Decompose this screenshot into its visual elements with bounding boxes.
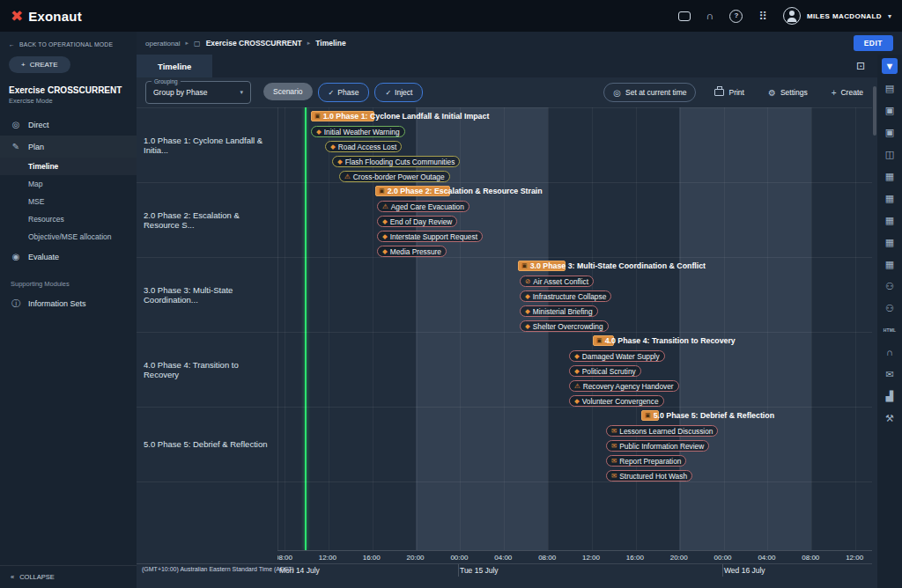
toolbox-icon[interactable]: ⚒ xyxy=(882,410,898,426)
phase-bar-label: ▣1.0 Phase 1: Cyclone Landfall & Initial… xyxy=(314,111,489,121)
inject-label: Recovery Agency Handover xyxy=(583,382,674,391)
phase-bar[interactable]: ▣3.0 Phase 3: Multi-State Coordination &… xyxy=(518,261,566,271)
users-icon[interactable]: ⚇ xyxy=(882,300,898,316)
time-tick-label: 12:00 xyxy=(319,554,336,562)
time-tick-label: 08:00 xyxy=(538,554,556,562)
apps-grid-icon[interactable]: ⠿ xyxy=(758,11,767,22)
filter-icon[interactable]: ▼ xyxy=(882,58,898,74)
filter-chip-scenario[interactable]: Scenario xyxy=(263,83,313,100)
phase-bar[interactable]: ▣2.0 Phase 2: Escalation & Resource Stra… xyxy=(375,186,450,196)
inject-bar[interactable]: ⚠Cross-border Power Outage xyxy=(339,171,450,182)
document-icon[interactable]: ▤ xyxy=(882,80,898,96)
filter-chip-phase[interactable]: Phase xyxy=(318,83,370,102)
tab-timeline[interactable]: Timeline xyxy=(137,55,212,77)
chart-icon[interactable]: ▟ xyxy=(882,388,898,404)
inject-bar[interactable]: ⚠Aged Care Evacuation xyxy=(377,201,469,212)
breadcrumb-exercise[interactable]: Exercise CROSSCURRENT xyxy=(206,39,302,48)
inject-label: Report Preparation xyxy=(619,457,681,466)
inject-bar[interactable]: ◆Media Pressure xyxy=(377,246,447,257)
user-menu[interactable]: MILES MACDONALD ▾ xyxy=(783,7,891,25)
sidebar-item-label: Information Sets xyxy=(28,299,86,308)
grouping-select[interactable]: Grouping Group by Phase ▾ xyxy=(145,81,251,104)
card-icon[interactable]: ▦ xyxy=(882,212,898,228)
day-label: Tue 15 July xyxy=(460,566,499,575)
phase-icon: ▣ xyxy=(379,187,385,195)
sidebar-item-resources[interactable]: Resources xyxy=(0,210,137,228)
card-icon[interactable]: ▦ xyxy=(882,256,898,272)
inject-label: Public Information Review xyxy=(619,442,704,451)
row-separator xyxy=(137,407,872,408)
breadcrumb-timeline: Timeline xyxy=(315,39,345,48)
breadcrumb-operational[interactable]: operational xyxy=(145,40,181,48)
day-boundary-line xyxy=(722,564,723,577)
image-icon[interactable]: ▣ xyxy=(882,102,898,118)
inject-label: Initial Weather Warning xyxy=(324,128,400,136)
phase-bar[interactable]: ▣1.0 Phase 1: Cyclone Landfall & Initial… xyxy=(311,111,374,121)
timeline-row: ▣4.0 Phase 4: Transition to Recovery◆Dam… xyxy=(278,332,873,407)
chevron-down-icon: ▾ xyxy=(240,89,243,96)
chat-icon[interactable] xyxy=(678,11,691,21)
sidebar-item-information-sets[interactable]: ⓘ Information Sets xyxy=(0,291,137,316)
sidebar-item-mse[interactable]: MSE xyxy=(0,193,137,210)
help-icon[interactable]: ? xyxy=(729,10,743,23)
sidebar-item-evaluate[interactable]: ◉ Evaluate xyxy=(0,246,137,268)
settings-button[interactable]: ⚙ Settings xyxy=(763,87,813,99)
mail-icon[interactable]: ✉ xyxy=(882,366,898,382)
inject-bar[interactable]: ⊘Air Asset Conflict xyxy=(520,276,594,287)
slash-circle-icon: ⊘ xyxy=(525,278,530,285)
image-icon[interactable]: ▣ xyxy=(882,124,898,140)
back-to-operational-mode-link[interactable]: ← BACK TO OPERATIONAL MODE xyxy=(0,32,137,53)
inject-bar[interactable]: ◆Damaged Water Supply xyxy=(569,350,665,362)
card-icon[interactable]: ▦ xyxy=(882,234,898,250)
create-button[interactable]: + CREATE xyxy=(9,56,70,73)
inject-bar[interactable]: ◆Interstate Support Request xyxy=(377,231,483,242)
inject-bar[interactable]: ◆Political Scrutiny xyxy=(569,365,641,377)
collapse-button[interactable]: « COLLAPSE xyxy=(0,565,137,588)
sidebar-item-objective-mse-allocation[interactable]: Objective/MSE allocation xyxy=(0,228,137,246)
inject-bar[interactable]: ◆Infrastructure Collapse xyxy=(520,290,611,302)
edit-button[interactable]: EDIT xyxy=(854,35,893,51)
inject-bar[interactable]: ◆Volunteer Convergence xyxy=(569,395,664,407)
sidebar-item-timeline[interactable]: Timeline xyxy=(0,158,137,175)
card-icon[interactable]: ▦ xyxy=(882,168,898,184)
time-tick-label: 20:00 xyxy=(407,554,425,562)
avatar xyxy=(783,7,801,25)
inject-bar[interactable]: ⚠Recovery Agency Handover xyxy=(569,380,679,392)
inject-bar[interactable]: ◆Road Access Lost xyxy=(325,141,402,152)
exercise-mode-label: Exercise Mode xyxy=(0,97,137,114)
bell-icon[interactable]: ∩ xyxy=(882,344,898,360)
inject-bar[interactable]: ◆Flash Flooding Cuts Communities xyxy=(332,156,460,167)
sidebar-item-direct[interactable]: ◎ Direct xyxy=(0,114,137,136)
set-current-time-button[interactable]: ◎ Set at current time xyxy=(603,83,696,102)
filter-chip-inject[interactable]: Inject xyxy=(374,83,423,102)
inject-bar[interactable]: ✉Structured Hot Wash xyxy=(606,470,692,481)
row-separator xyxy=(137,107,872,108)
phase-bar[interactable]: ▣5.0 Phase 5: Debrief & Reflection xyxy=(641,410,659,421)
users-icon[interactable]: ⚇ xyxy=(882,278,898,294)
inject-bar[interactable]: ◆End of Day Review xyxy=(377,216,457,227)
html-icon[interactable]: HTML xyxy=(882,322,898,338)
phase-bar[interactable]: ▣4.0 Phase 4: Transition to Recovery xyxy=(593,335,614,346)
plus-icon: + xyxy=(832,88,837,98)
inject-bar[interactable]: ✉Report Preparation xyxy=(606,455,686,467)
inject-bar[interactable]: ✉Lessons Learned Discussion xyxy=(606,425,718,437)
card-icon[interactable]: ▦ xyxy=(882,190,898,206)
inject-bar[interactable]: ✉Public Information Review xyxy=(606,440,709,452)
phase-label: 5.0 Phase 5: Debrief & Reflection xyxy=(654,411,774,420)
fullscreen-icon[interactable]: ⊡ xyxy=(856,60,865,72)
sidebar-nav: ◎ Direct ✎ Plan Timeline Map MSE Resourc… xyxy=(0,114,137,316)
timeline-row: ▣5.0 Phase 5: Debrief & Reflection✉Lesso… xyxy=(278,407,873,481)
inject-bar[interactable]: ◆Initial Weather Warning xyxy=(311,126,405,137)
collapse-icon: « xyxy=(11,573,14,581)
notifications-icon[interactable]: ∩ xyxy=(706,11,714,21)
chevron-down-icon: ▾ xyxy=(888,12,891,20)
sidebar-item-plan[interactable]: ✎ Plan xyxy=(0,136,137,158)
frame-icon[interactable]: ◫ xyxy=(882,146,898,162)
breadcrumb-separator-icon: ▸ xyxy=(307,40,311,47)
inject-bar[interactable]: ◆Shelter Overcrowding xyxy=(520,320,609,332)
sidebar-item-map[interactable]: Map xyxy=(0,175,137,193)
print-button[interactable]: Print xyxy=(709,87,749,98)
inject-bar[interactable]: ◆Ministerial Briefing xyxy=(520,305,598,317)
phase-label: 1.0 Phase 1: Cyclone Landfall & Initial … xyxy=(323,112,490,121)
create-inject-button[interactable]: + Create xyxy=(826,87,869,99)
